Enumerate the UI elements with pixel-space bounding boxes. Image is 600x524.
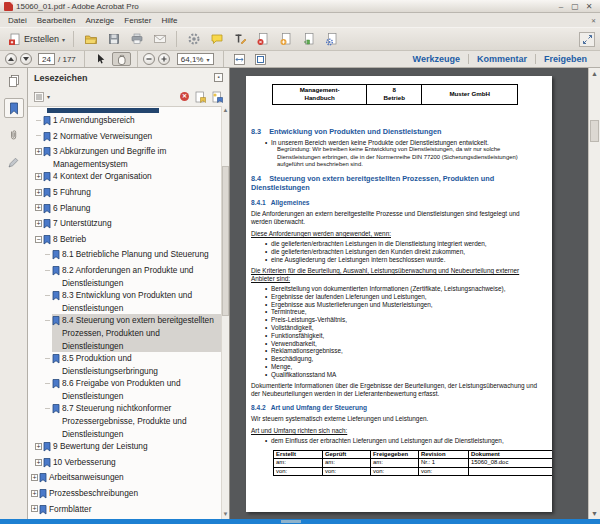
bookmark-item[interactable]: 8.7 Steuerung nichtkonformer Prozesserge… xyxy=(28,402,221,440)
expander-icon[interactable]: + xyxy=(30,471,39,484)
task-pane-link-freigeben[interactable]: Freigeben xyxy=(536,54,595,64)
scroll-up-icon[interactable]: ▲ xyxy=(222,106,229,115)
new-bookmark-icon[interactable] xyxy=(194,91,206,103)
bookmark-item[interactable]: −8 Betrieb xyxy=(28,233,221,249)
expander-box[interactable]: + xyxy=(35,220,42,227)
bookmark-item[interactable]: +7 Unterstützung xyxy=(28,217,221,233)
expander-icon[interactable]: + xyxy=(34,217,43,230)
menu-item-datei[interactable]: Datei xyxy=(3,16,32,25)
bookmark-item[interactable]: +3 Abkürzungen und Begriffe im Managemen… xyxy=(28,145,221,170)
zoom-in-button[interactable] xyxy=(158,53,170,65)
bookmark-body[interactable]: 8.2 Anforderungen an Produkte und Dienst… xyxy=(52,264,221,289)
bookmark-item[interactable]: 8.6 Freigabe von Produkten und Dienstlei… xyxy=(28,377,221,402)
bookmark-body[interactable]: 8.7 Steuerung nichtkonformer Prozesserge… xyxy=(52,402,221,440)
doc-blue-gear-button[interactable] xyxy=(320,30,343,49)
maximize-button[interactable]: ▢ xyxy=(568,1,582,12)
bookmark-item[interactable]: +Arbeitsanweisungen xyxy=(28,471,221,487)
expander-icon[interactable]: + xyxy=(34,456,43,469)
bookmark-body[interactable]: 3 Abkürzungen und Begriffe im Management… xyxy=(43,145,221,170)
expander-icon[interactable]: + xyxy=(30,487,39,500)
expander-icon[interactable]: − xyxy=(34,233,43,246)
bookmark-item[interactable]: 8.4 Steuerung von extern bereitgestellte… xyxy=(28,314,221,352)
bookmarks-panel-button[interactable] xyxy=(4,98,24,118)
attachments-panel-button[interactable] xyxy=(4,125,24,145)
bookmark-body[interactable]: Formblätter xyxy=(39,503,221,519)
bookmark-body[interactable]: 8.3 Entwicklung von Produkten und Dienst… xyxy=(52,289,221,314)
bookmark-body[interactable]: 2 Normative Verweisungen xyxy=(43,130,221,146)
close-button[interactable]: ✕ xyxy=(582,1,596,12)
bookmark-item[interactable]: +10 Verbesserung xyxy=(28,456,221,472)
expander-icon[interactable]: + xyxy=(34,145,43,158)
expander-icon[interactable]: + xyxy=(34,186,43,199)
bookmark-body[interactable]: 8.6 Freigabe von Produkten und Dienstlei… xyxy=(52,377,221,402)
email-button[interactable] xyxy=(148,30,171,49)
zoom-level-select[interactable]: 64,1% ▾ xyxy=(177,53,214,65)
fit-width-button[interactable] xyxy=(230,52,249,66)
scroll-up-icon[interactable]: ▲ xyxy=(589,68,600,79)
expander-box[interactable]: + xyxy=(35,148,42,155)
bookmark-body[interactable]: 6 Planung xyxy=(43,202,221,218)
signatures-panel-button[interactable] xyxy=(4,152,24,172)
bookmark-body[interactable]: Prozessbeschreibungen xyxy=(39,487,221,503)
bookmark-item[interactable]: +9 Bewertung der Leistung xyxy=(28,440,221,456)
document-scrollbar[interactable]: ▲ ▼ xyxy=(588,68,600,519)
expander-box[interactable]: + xyxy=(35,189,42,196)
expander-box[interactable]: + xyxy=(35,443,42,450)
bookmark-body[interactable]: 4 Kontext der Organisation xyxy=(43,170,221,186)
expander-box[interactable]: + xyxy=(35,459,42,466)
bookmark-item[interactable]: 2 Normative Verweisungen xyxy=(28,130,221,146)
bookmark-body[interactable]: 8.4 Steuerung von extern bereitgestellte… xyxy=(52,314,221,352)
scroll-down-icon[interactable]: ▼ xyxy=(589,508,600,519)
bookmark-item[interactable]: 8.3 Entwicklung von Produkten und Dienst… xyxy=(28,289,221,314)
scroll-down-icon[interactable]: ▼ xyxy=(222,510,229,519)
expander-box[interactable]: + xyxy=(31,474,38,481)
bookmark-item[interactable]: 1 Anwendungsbereich xyxy=(28,114,221,130)
settings-button[interactable] xyxy=(182,30,205,49)
expander-icon[interactable]: + xyxy=(34,440,43,453)
bookmark-body[interactable]: 5 Führung xyxy=(43,186,221,202)
doc-green-arrow-button[interactable] xyxy=(297,30,320,49)
bookmark-body[interactable]: 1 Anwendungsbereich xyxy=(43,114,221,130)
bookmark-item[interactable]: +6 Planung xyxy=(28,202,221,218)
doc-yellow-badge-button[interactable] xyxy=(274,30,297,49)
bookmark-item[interactable]: +5 Führung xyxy=(28,186,221,202)
bookmark-body[interactable]: 9 Bewertung der Leistung xyxy=(43,440,221,456)
menu-item-fenster[interactable]: Fenster xyxy=(119,16,156,25)
previous-page-button[interactable] xyxy=(5,53,17,65)
bookmark-body[interactable]: 8.1 Betriebliche Planung und Steuerung xyxy=(52,248,221,264)
save-button[interactable] xyxy=(102,30,125,49)
task-pane-link-kommentar[interactable]: Kommentar xyxy=(469,54,535,64)
bookmark-item[interactable]: 8.2 Anforderungen an Produkte und Dienst… xyxy=(28,264,221,289)
page-thumbnails-button[interactable] xyxy=(4,71,24,91)
zoom-out-button[interactable] xyxy=(143,53,155,65)
scrollbar-thumb[interactable] xyxy=(222,166,229,316)
sign-button[interactable] xyxy=(228,30,251,49)
bookmark-body[interactable]: 8 Betrieb xyxy=(43,233,221,249)
print-button[interactable] xyxy=(125,30,148,49)
fit-page-button[interactable] xyxy=(251,52,270,66)
bookmark-body[interactable]: 7 Unterstützung xyxy=(43,217,221,233)
bookmark-item[interactable]: 8.1 Betriebliche Planung und Steuerung xyxy=(28,248,221,264)
page-number-input[interactable]: 24 xyxy=(38,53,55,65)
bookmark-item[interactable]: +4 Kontext der Organisation xyxy=(28,170,221,186)
menu-item-bearbeiten[interactable]: Bearbeiten xyxy=(32,16,81,25)
menubar-close-icon[interactable]: ✕ xyxy=(591,17,596,24)
scrollbar-thumb[interactable] xyxy=(590,120,599,142)
expander-icon[interactable]: + xyxy=(30,503,39,516)
menu-item-hilfe[interactable]: Hilfe xyxy=(156,16,182,25)
expander-box[interactable]: + xyxy=(31,490,38,497)
expander-box[interactable]: + xyxy=(35,173,42,180)
bookmark-body[interactable]: 8.5 Produktion und Dienstleistungserbrin… xyxy=(52,352,221,377)
minimize-button[interactable]: – xyxy=(554,1,568,12)
expander-box[interactable]: + xyxy=(31,505,38,512)
hand-tool-button[interactable] xyxy=(112,52,131,66)
delete-bookmark-icon[interactable]: ✕ xyxy=(180,92,189,101)
menu-item-anzeige[interactable]: Anzeige xyxy=(80,16,119,25)
expander-box[interactable]: − xyxy=(35,236,42,243)
expander-icon[interactable]: + xyxy=(34,202,43,215)
bookmark-body[interactable]: 10 Verbesserung xyxy=(43,456,221,472)
new-bookmark-from-structure-icon[interactable] xyxy=(211,91,223,103)
expander-icon[interactable]: + xyxy=(34,170,43,183)
toolbar-expand-button[interactable] xyxy=(579,32,595,47)
panel-options-box-icon[interactable]: ▪ xyxy=(214,73,223,82)
